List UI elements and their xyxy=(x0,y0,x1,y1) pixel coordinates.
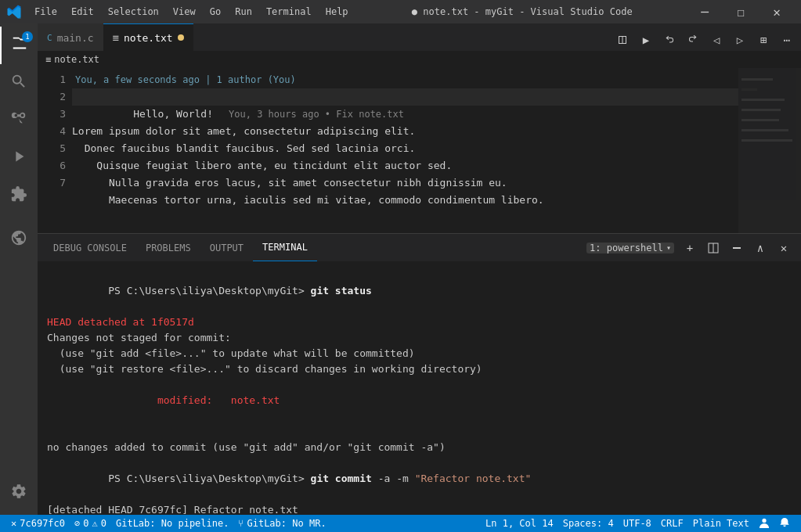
menu-go[interactable]: Go xyxy=(204,5,227,19)
breadcrumb: ≡ note.txt xyxy=(38,51,801,68)
vscode-logo xyxy=(6,4,22,20)
terminal-line-4: (use "git add <file>..." to update what … xyxy=(47,346,792,361)
menu-run[interactable]: Run xyxy=(229,5,258,19)
status-notifications[interactable] xyxy=(774,515,795,532)
term-modified-file: note.txt xyxy=(231,394,280,406)
source-control-icon xyxy=(10,110,27,131)
minimap-content xyxy=(738,68,801,152)
explorer-badge: 1 xyxy=(22,31,33,42)
tab-label-main-c: main.c xyxy=(57,32,94,44)
line-num-3: 3 xyxy=(38,106,66,123)
status-bar: ✕ 7c697fc0 ⊘ 0 ⚠ 0 GitLab: No pipeline. … xyxy=(0,515,801,532)
code-line-3: Lorem ipsum dolor sit amet, consectetur … xyxy=(72,123,738,140)
error-icon: ✕ xyxy=(11,518,16,529)
status-gitlab-mr[interactable]: ⑂ GitLab: No MR. xyxy=(233,515,330,532)
terminal-line-2: HEAD detached at 1f0517d xyxy=(47,315,792,330)
breadcrumb-icon: ≡ xyxy=(45,54,51,65)
toggle-panel-button[interactable]: ⊞ xyxy=(752,29,774,51)
redo-button[interactable] xyxy=(682,29,704,51)
status-encoding[interactable]: UTF-8 xyxy=(619,515,656,532)
terminal-line-5: (use "git restore <file>..." to discard … xyxy=(47,361,792,377)
status-indentation[interactable]: Spaces: 4 xyxy=(558,515,619,532)
tab-bar: C main.c ≡ note.txt ▶ ◁ xyxy=(38,23,801,51)
status-line-ending[interactable]: CRLF xyxy=(656,515,688,532)
status-cursor-position[interactable]: Ln 1, Col 14 xyxy=(481,515,558,532)
code-line-6: Nulla gravida eros lacus, sit amet conse… xyxy=(72,174,738,192)
tab-label-note-txt: note.txt xyxy=(124,32,173,44)
tab-debug-console[interactable]: DEBUG CONSOLE xyxy=(44,234,136,261)
activity-explorer[interactable]: 1 xyxy=(0,27,38,64)
terminal-selector[interactable]: 1: powershell ▾ xyxy=(586,243,674,253)
menu-view[interactable]: View xyxy=(167,5,202,19)
kill-terminal-button[interactable] xyxy=(726,237,748,259)
code-line-7: Maecenas tortor urna, iaculis sed mi vit… xyxy=(72,192,738,209)
navigate-back-button[interactable]: ◁ xyxy=(705,29,727,51)
tab-note-txt[interactable]: ≡ note.txt xyxy=(103,23,193,51)
encoding-label: UTF-8 xyxy=(623,518,651,529)
split-editor-button[interactable] xyxy=(612,29,633,51)
warning-icon: ⚠ xyxy=(92,518,98,529)
line-numbers: 1 2 3 4 5 6 7 xyxy=(38,68,72,233)
window-controls: ─ ☐ ✕ xyxy=(687,0,795,23)
terminal-selector-label: 1: powershell xyxy=(590,243,663,253)
terminal-line-3: Changes not staged for commit: xyxy=(47,330,792,346)
activity-run[interactable] xyxy=(0,139,38,177)
menu-edit[interactable]: Edit xyxy=(65,5,100,19)
menu-selection[interactable]: Selection xyxy=(102,5,165,19)
terminal-content[interactable]: PS C:\Users\iliya\Desktop\myGit> git sta… xyxy=(38,261,801,515)
term-string-1: "Refactor note.txt" xyxy=(415,473,532,484)
gitlab-pipeline-label: GitLab: No pipeline. xyxy=(116,518,229,529)
tab-output[interactable]: OUTPUT xyxy=(200,234,253,261)
terminal-line-10: [detached HEAD 7c697fc] Refactor note.tx… xyxy=(47,502,792,515)
code-line-5: Quisque feugiat libero ante, eu tincidun… xyxy=(72,157,738,174)
status-language[interactable]: Plain Text xyxy=(688,515,754,532)
bell-icon xyxy=(779,517,790,530)
close-button[interactable]: ✕ xyxy=(759,0,795,23)
activity-remote[interactable] xyxy=(0,221,38,258)
account-icon xyxy=(759,517,770,530)
git-annotation-1: You, 3 hours ago • Fix note.txt xyxy=(229,109,404,120)
split-terminal-button[interactable] xyxy=(702,237,724,259)
activity-search[interactable] xyxy=(0,64,38,102)
editor-area: C main.c ≡ note.txt ▶ ◁ xyxy=(38,23,801,515)
add-terminal-button[interactable]: + xyxy=(679,237,701,259)
tab-main-c[interactable]: C main.c xyxy=(38,23,103,51)
run-code-button[interactable]: ▶ xyxy=(635,29,657,51)
navigate-forward-button[interactable]: ▷ xyxy=(729,29,751,51)
code-editor[interactable]: 1 2 3 4 5 6 7 You, a few seconds ago | 1… xyxy=(38,68,801,233)
activity-extensions[interactable] xyxy=(0,177,38,214)
tab-modified-indicator xyxy=(178,34,184,41)
maximize-panel-button[interactable]: ∧ xyxy=(749,237,771,259)
close-panel-button[interactable]: ✕ xyxy=(773,237,795,259)
status-gitlab-pipeline[interactable]: GitLab: No pipeline. xyxy=(111,515,234,532)
code-content[interactable]: You, a few seconds ago | 1 author (You) … xyxy=(72,68,738,233)
menu-terminal[interactable]: Terminal xyxy=(260,5,318,19)
terminal-line-7 xyxy=(47,424,792,440)
language-label: Plain Text xyxy=(693,518,749,529)
more-actions-button[interactable]: ⋯ xyxy=(776,29,798,51)
tab-terminal[interactable]: TERMINAL xyxy=(253,234,317,261)
code-line-1: Hello, World!You, 3 hours ago • Fix note… xyxy=(72,88,738,106)
txt-file-icon: ≡ xyxy=(113,31,119,44)
line-num-1: 1 xyxy=(38,71,66,88)
activity-settings[interactable] xyxy=(0,474,38,512)
status-git-branch[interactable]: ✕ 7c697fc0 xyxy=(6,515,70,532)
activity-source-control[interactable] xyxy=(0,102,38,139)
git-commit-hash: 7c697fc0 xyxy=(20,518,65,529)
term-cmd-2: git commit xyxy=(311,473,372,484)
menu-file[interactable]: File xyxy=(28,5,63,19)
maximize-button[interactable]: ☐ xyxy=(723,0,759,23)
git-blame-header: You, a few seconds ago | 1 author (You) xyxy=(72,71,738,88)
line-num-5: 5 xyxy=(38,140,66,157)
main-layout: 1 xyxy=(0,23,801,515)
undo-button[interactable] xyxy=(658,29,680,51)
term-prompt-2: PS C:\Users\iliya\Desktop\myGit> xyxy=(108,473,310,484)
window-title: ● note.txt - myGit - Visual Studio Code xyxy=(358,6,687,17)
menu-help[interactable]: Help xyxy=(319,5,355,19)
status-account[interactable] xyxy=(754,515,774,532)
tab-problems[interactable]: PROBLEMS xyxy=(136,234,200,261)
breadcrumb-path[interactable]: note.txt xyxy=(54,54,99,65)
merge-request-icon: ⑂ xyxy=(238,518,244,529)
minimize-button[interactable]: ─ xyxy=(687,0,723,23)
status-errors[interactable]: ⊘ 0 ⚠ 0 xyxy=(70,515,111,532)
